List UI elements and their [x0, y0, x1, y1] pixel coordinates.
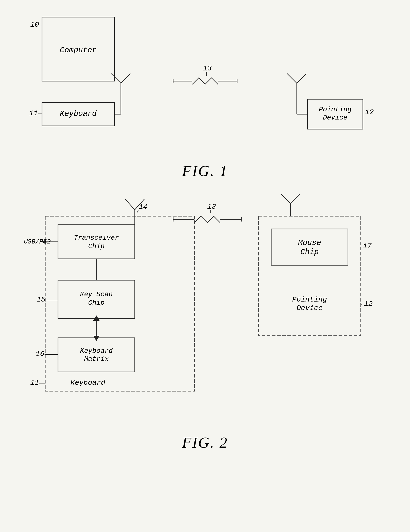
svg-text:Chip: Chip [88, 242, 104, 250]
figure-container: Computer Keyboard Pointing Device 10 11 … [24, 13, 386, 452]
svg-text:Computer: Computer [60, 46, 97, 55]
svg-text:Chip: Chip [88, 299, 104, 307]
svg-text:USB/PS2: USB/PS2 [24, 238, 51, 245]
svg-text:Mouse: Mouse [298, 238, 321, 247]
svg-line-15 [121, 74, 130, 83]
fig2-label: FIG. 2 [182, 434, 228, 452]
svg-text:14: 14 [139, 203, 147, 211]
fig2-svg: Transceiver Chip Key Scan Chip Keyboard … [24, 197, 386, 421]
svg-line-66 [281, 194, 290, 203]
fig1-label: FIG. 1 [182, 162, 228, 180]
svg-text:15: 15 [37, 295, 46, 304]
svg-text:12: 12 [365, 108, 374, 116]
fig1-area: Computer Keyboard Pointing Device 10 11 … [24, 13, 386, 145]
fig1-svg: Computer Keyboard Pointing Device 10 11 … [24, 13, 386, 145]
svg-text:Transceiver: Transceiver [74, 234, 119, 242]
svg-line-19 [287, 74, 297, 83]
svg-text:10: 10 [30, 21, 39, 29]
svg-text:Chip: Chip [300, 248, 319, 256]
svg-text:Key Scan: Key Scan [80, 290, 113, 298]
svg-line-20 [297, 74, 306, 83]
svg-text:13: 13 [203, 65, 212, 73]
svg-text:13: 13 [207, 203, 216, 211]
svg-text:Device: Device [296, 304, 322, 312]
svg-text:Pointing: Pointing [292, 295, 327, 304]
svg-rect-36 [58, 338, 135, 372]
svg-text:Pointing: Pointing [319, 106, 352, 114]
svg-text:11: 11 [29, 109, 38, 117]
svg-text:Device: Device [323, 114, 347, 122]
svg-text:17: 17 [363, 242, 372, 250]
svg-text:Matrix: Matrix [84, 355, 109, 363]
svg-line-48 [125, 199, 135, 210]
fig2-area: Transceiver Chip Key Scan Chip Keyboard … [24, 197, 386, 421]
svg-line-67 [290, 194, 300, 203]
svg-rect-30 [58, 225, 135, 259]
svg-line-52 [137, 210, 139, 213]
svg-text:16: 16 [36, 350, 44, 358]
svg-text:Keyboard: Keyboard [80, 347, 113, 355]
svg-text:Keyboard: Keyboard [60, 109, 97, 118]
svg-text:12: 12 [364, 300, 373, 308]
svg-text:Keyboard: Keyboard [70, 379, 105, 387]
svg-text:11: 11 [30, 379, 39, 387]
